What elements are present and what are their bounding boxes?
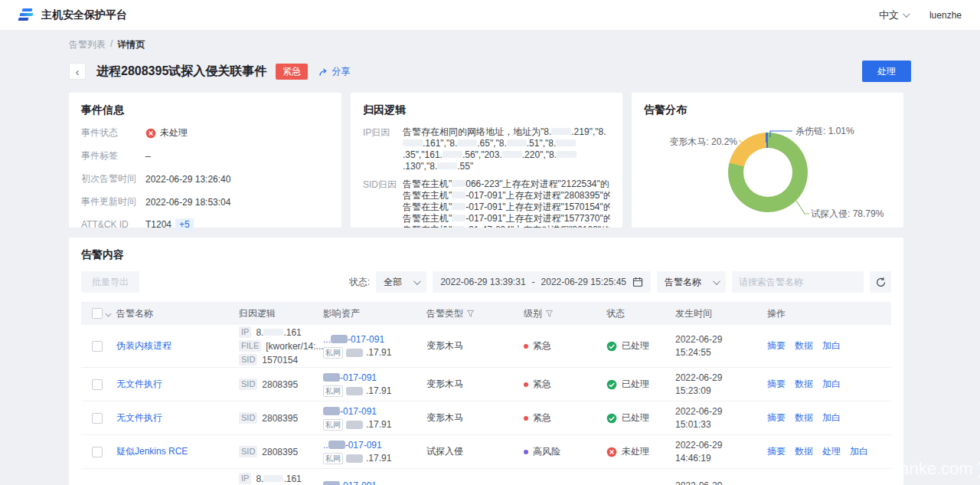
network-tag: 私网 <box>323 419 343 431</box>
action-data[interactable]: 数据 <box>795 445 813 458</box>
alert-type: 变形木马 <box>426 339 524 352</box>
language-label: 中文 <box>879 8 899 22</box>
level-label: 高风险 <box>533 445 560 458</box>
attribution-title: 归因逻辑 <box>363 103 610 117</box>
search-field-select[interactable]: 告警名称 <box>657 271 726 293</box>
alert-name-link[interactable]: 无文件执行 <box>116 411 239 424</box>
ip-attribution-text: 告警存在相同的网络地址，地址为"8..219","8..161","8..65"… <box>403 126 610 172</box>
level-dot <box>524 450 528 454</box>
action-whitelist[interactable]: 加白 <box>822 378 841 391</box>
action-whitelist[interactable]: 加白 <box>822 411 841 424</box>
table-row: 疑似Jenkins RCE SID2808395 ..-017-091 私网.1… <box>81 435 891 469</box>
action-summary[interactable]: 摘要 <box>767 411 786 424</box>
status-filter-label: 状态: <box>349 276 370 289</box>
action-handle[interactable]: 处理 <box>822 445 841 458</box>
event-status-value: 未处理 <box>160 126 188 139</box>
sid-attribution-label: SID归因 <box>363 179 403 228</box>
level-dot <box>524 344 528 349</box>
col-header-type: 告警类型 <box>426 307 463 320</box>
back-button[interactable]: ‹ <box>69 63 86 80</box>
row-checkbox[interactable] <box>92 447 103 457</box>
attribution-card: 归因逻辑 IP归因 告警存在相同的网络地址，地址为"8..219","8..16… <box>351 93 622 228</box>
filter-icon[interactable] <box>545 310 554 318</box>
breadcrumb: 告警列表 / 详情页 <box>69 31 911 51</box>
first-alert-time-label: 初次告警时间 <box>81 172 145 185</box>
table-header-row: 告警名称 归因逻辑 影响资产 告警类型 级别 状态 发生时间 操作 <box>81 302 891 325</box>
share-label: 分享 <box>332 65 350 78</box>
alert-type: 变形木马 <box>426 411 524 424</box>
row-checkbox[interactable] <box>92 413 103 424</box>
check-circle-icon <box>606 341 617 352</box>
col-header-attribution: 归因逻辑 <box>239 307 323 320</box>
language-selector[interactable]: 中文 <box>879 8 908 22</box>
asset-host-link[interactable]: -017-091 <box>323 480 377 485</box>
username[interactable]: luenzhe <box>929 10 962 21</box>
chevron-down-icon <box>713 277 720 285</box>
attck-id-label: ATT&CK ID <box>81 219 145 230</box>
level-label: 紧急 <box>533 411 551 424</box>
alert-name-link[interactable]: 伪装内核进程 <box>116 339 239 352</box>
event-tag-value: – <box>145 151 151 162</box>
top-bar: 主机安全保护平台 中文 luenzhe <box>0 0 980 31</box>
alert-type: 试探入侵 <box>426 445 524 458</box>
asset-host-link[interactable]: -017-091 <box>323 372 377 383</box>
check-circle-icon <box>606 379 617 390</box>
col-header-level: 级别 <box>524 307 542 320</box>
col-header-time: 发生时间 <box>675 307 767 320</box>
share-icon <box>318 67 328 77</box>
action-data[interactable]: 数据 <box>795 378 813 391</box>
slice-label-intrusion: 试探入侵: 78.79% <box>811 208 884 221</box>
level-label: 紧急 <box>533 339 551 352</box>
refresh-button[interactable] <box>870 271 891 293</box>
filter-icon[interactable] <box>466 310 475 318</box>
attck-id-value: T1204 <box>145 219 172 230</box>
asset-host-link[interactable]: -017-091 <box>323 406 377 417</box>
action-summary[interactable]: 摘要 <box>767 378 786 391</box>
row-checkbox[interactable] <box>92 379 103 390</box>
batch-export-button[interactable]: 批量导出 <box>81 271 139 293</box>
handle-button[interactable]: 处理 <box>862 61 911 82</box>
event-update-time-value: 2022-06-29 18:53:04 <box>145 197 230 208</box>
asset-host-link[interactable]: ...-017-091 <box>323 334 384 345</box>
network-tag: 私网 <box>323 347 343 359</box>
event-tag-label: 事件标签 <box>81 149 145 162</box>
alert-type: 变形木马 <box>426 378 524 391</box>
breadcrumb-alert-list[interactable]: 告警列表 <box>69 38 106 51</box>
select-all-checkbox[interactable] <box>92 308 103 319</box>
search-input[interactable] <box>739 277 858 287</box>
action-summary[interactable]: 摘要 <box>767 339 786 352</box>
network-tag: 私网 <box>323 385 343 397</box>
check-circle-icon <box>606 413 617 424</box>
event-info-title: 事件信息 <box>81 103 329 117</box>
attck-more-badge[interactable]: +5 <box>175 218 194 231</box>
status-label: 已处理 <box>622 339 649 352</box>
action-data[interactable]: 数据 <box>795 339 813 352</box>
slice-label-trojan: 变形木马: 20.2% <box>644 136 737 149</box>
asset-host-link[interactable]: ..-017-091 <box>323 440 382 451</box>
alert-name-link[interactable]: 疑似Jenkins RCE <box>116 445 239 458</box>
date-end: 2022-06-29 15:25:45 <box>541 277 626 287</box>
breadcrumb-current: 详情页 <box>117 38 145 51</box>
sid-attribution-lines: 告警在主机"066-223"上存在对进程"2122534"的关联关系 告警在主机… <box>403 179 610 228</box>
chevron-down-icon <box>903 10 910 18</box>
slice-label-killchain: 杀伤链: 1.01% <box>795 125 854 138</box>
action-data[interactable]: 数据 <box>795 411 813 424</box>
row-checkbox[interactable] <box>92 341 103 352</box>
share-button[interactable]: 分享 <box>318 65 350 78</box>
alert-content-title: 告警内容 <box>81 248 891 262</box>
action-summary[interactable]: 摘要 <box>767 445 786 458</box>
action-whitelist[interactable]: 加白 <box>822 339 841 352</box>
alert-name-link[interactable]: 无文件执行 <box>116 378 239 391</box>
date-range-picker[interactable]: 2022-06-29 13:39:31 - 2022-06-29 15:25:4… <box>433 271 651 293</box>
app-title: 主机安全保护平台 <box>41 8 127 22</box>
alert-distribution-chart: 变形木马: 20.2% 杀伤链: 1.01% 试探入侵: 78.79% <box>644 126 891 234</box>
error-circle-icon <box>145 128 156 139</box>
action-whitelist[interactable]: 加白 <box>850 445 868 458</box>
status-filter-select[interactable]: 全部 <box>376 271 426 293</box>
alert-distribution-title: 告警分布 <box>644 103 891 117</box>
ip-attribution-label: IP归因 <box>363 126 403 172</box>
level-label: 紧急 <box>533 378 551 391</box>
page-title: 进程2808395试探入侵关联事件 <box>96 64 266 80</box>
select-all-chevron-icon[interactable] <box>106 310 112 316</box>
table-row: 无文件执行 SID2808395 -017-091 私网.17.91 变形木马 … <box>81 401 891 435</box>
